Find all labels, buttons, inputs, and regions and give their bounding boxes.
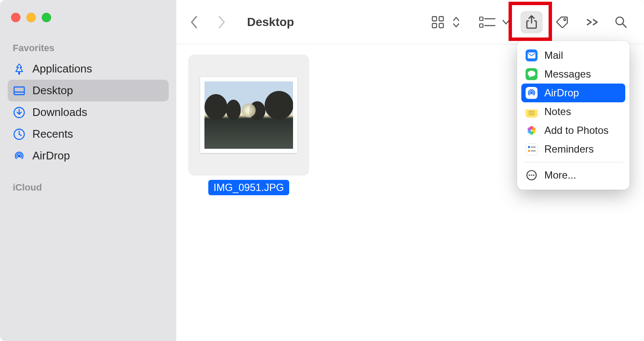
search-button[interactable]: [610, 11, 632, 33]
menu-item-label: More...: [544, 169, 576, 181]
forward-button[interactable]: [216, 14, 227, 30]
desktop-icon: [13, 84, 26, 97]
sidebar-item-airdrop[interactable]: AirDrop: [8, 145, 169, 167]
sidebar-item-label: Applications: [32, 62, 92, 75]
sidebar-item-downloads[interactable]: Downloads: [8, 101, 169, 123]
zoom-window-button[interactable]: [42, 13, 51, 22]
menu-item-label: Messages: [544, 68, 591, 80]
more-toolbar-button[interactable]: [582, 11, 604, 33]
svg-point-26: [528, 127, 531, 131]
svg-point-4: [18, 154, 20, 157]
menu-item-label: Reminders: [544, 143, 594, 155]
svg-rect-11: [480, 24, 483, 27]
chevron-down-icon[interactable]: [502, 19, 510, 25]
back-button[interactable]: [188, 14, 200, 30]
close-window-button[interactable]: [11, 13, 20, 22]
airdrop-icon: [13, 150, 26, 162]
photos-icon: [526, 124, 538, 136]
svg-rect-0: [14, 87, 24, 95]
share-menu-item-more[interactable]: More...: [521, 166, 625, 185]
notes-icon: [526, 106, 538, 118]
window-controls: [11, 13, 169, 22]
svg-rect-9: [480, 17, 483, 20]
svg-point-13: [564, 18, 566, 20]
view-as-icons-button[interactable]: [427, 11, 449, 33]
svg-point-27: [528, 146, 530, 148]
sidebar-item-label: AirDrop: [32, 149, 70, 162]
svg-point-32: [529, 174, 530, 176]
sidebar-item-applications[interactable]: Applications: [8, 58, 169, 80]
messages-icon: [526, 68, 538, 80]
svg-point-17: [530, 92, 532, 94]
sidebar-item-label: Recents: [32, 127, 73, 141]
menu-item-label: Mail: [544, 49, 563, 61]
sidebar-section-favorites: Favorites: [13, 43, 169, 54]
tags-button[interactable]: [551, 11, 573, 33]
group-by-button[interactable]: [476, 11, 498, 33]
more-icon: [526, 169, 538, 181]
share-menu-item-mail[interactable]: Mail: [521, 46, 625, 65]
file-name-label[interactable]: IMG_0951.JPG: [208, 180, 289, 195]
share-menu-item-reminders[interactable]: Reminders: [521, 140, 625, 159]
menu-item-label: Notes: [544, 106, 571, 118]
reminders-icon: [526, 143, 538, 155]
svg-rect-7: [432, 23, 437, 28]
svg-point-34: [533, 174, 535, 176]
updown-chevron-icon[interactable]: [452, 16, 460, 29]
airdrop-menu-icon: [526, 87, 538, 99]
applications-icon: [13, 63, 26, 75]
share-menu-item-photos[interactable]: Add to Photos: [521, 121, 625, 140]
sidebar-item-recents[interactable]: Recents: [8, 123, 169, 145]
svg-rect-5: [432, 17, 437, 21]
share-menu-item-messages[interactable]: Messages: [521, 65, 625, 84]
svg-rect-6: [439, 17, 443, 21]
sidebar-section-icloud: iCloud: [13, 182, 169, 193]
toolbar: Desktop: [176, 0, 644, 44]
svg-point-29: [528, 150, 530, 152]
recents-icon: [13, 128, 26, 141]
downloads-icon: [13, 106, 26, 119]
minimize-window-button[interactable]: [26, 13, 36, 22]
sidebar-item-label: Downloads: [32, 106, 87, 119]
svg-line-15: [623, 24, 626, 27]
sidebar-item-label: Desktop: [32, 84, 73, 97]
mail-icon: [526, 49, 538, 61]
file-thumbnail: [188, 55, 309, 176]
file-item[interactable]: IMG_0951.JPG: [188, 55, 309, 195]
svg-rect-8: [439, 23, 443, 28]
sidebar-item-desktop[interactable]: Desktop: [8, 80, 169, 101]
share-menu: Mail Messages AirDrop Notes Add: [517, 41, 630, 190]
menu-item-label: AirDrop: [544, 87, 579, 99]
window-title: Desktop: [247, 15, 411, 29]
share-menu-item-notes[interactable]: Notes: [521, 102, 625, 121]
share-button[interactable]: [520, 11, 543, 33]
menu-item-label: Add to Photos: [544, 124, 609, 136]
menu-separator: [523, 162, 624, 162]
svg-point-33: [531, 174, 532, 176]
nav-controls: [188, 14, 227, 30]
photo-preview: [200, 77, 297, 153]
share-menu-item-airdrop[interactable]: AirDrop: [521, 84, 625, 102]
sidebar: Favorites Applications Desktop Downloads…: [0, 0, 176, 341]
